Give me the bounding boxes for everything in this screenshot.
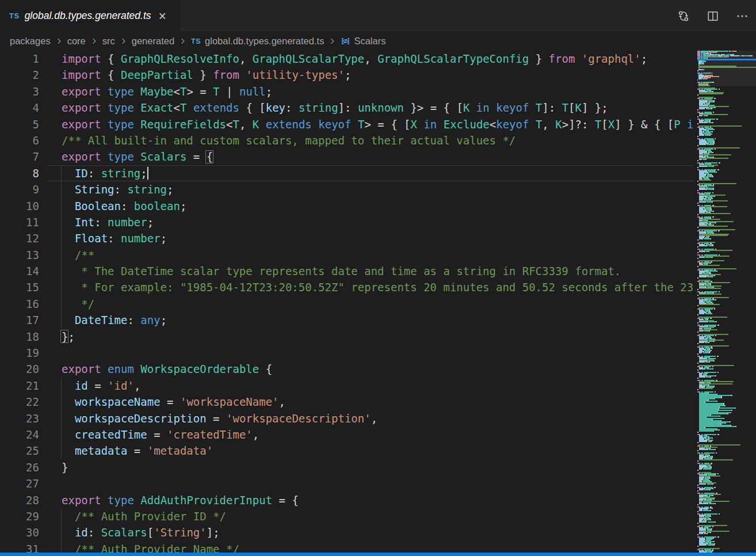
code-line[interactable]: id: Scalars['String']; [62,524,694,540]
code-line[interactable]: Float: number; [62,230,694,246]
line-number[interactable]: 26 [0,459,39,475]
tab-global-db-types[interactable]: TS global.db.types.generated.ts × [0,0,180,32]
tab-bar: TS global.db.types.generated.ts × [0,0,756,32]
code-line[interactable]: } [62,459,694,475]
line-number[interactable]: 13 [0,247,39,263]
line-number[interactable]: 11 [0,214,39,230]
breadcrumb-label: src [102,36,115,47]
code-line[interactable]: export type RequireFields<T, K extends k… [62,116,694,132]
line-number[interactable]: 5 [0,116,39,132]
code-line[interactable]: import { GraphQLResolveInfo, GraphQLScal… [62,51,694,67]
chevron-right-icon [178,37,187,45]
code-line[interactable]: Boolean: boolean; [62,198,694,214]
typescript-file-icon: TS [9,12,20,20]
breadcrumb-item-src[interactable]: src [102,36,115,47]
line-number[interactable]: 29 [0,508,39,524]
breadcrumb-label: packages [10,36,51,47]
gutter: 1234567891011121314151617181920212223242… [0,51,39,556]
code-line[interactable] [62,475,694,492]
line-number[interactable]: 30 [0,524,39,540]
line-number[interactable]: 25 [0,443,39,459]
line-number[interactable]: 9 [0,181,39,197]
code-line[interactable] [62,345,694,361]
code-lines: import { GraphQLResolveInfo, GraphQLScal… [62,51,694,556]
code-line[interactable]: String: string; [62,181,694,197]
symbol-object-icon [341,36,350,46]
line-number[interactable]: 14 [0,263,39,279]
line-number[interactable]: 7 [0,148,39,165]
chevron-right-icon [90,37,98,45]
breadcrumb-item-core[interactable]: core [67,36,86,47]
chevron-right-icon [119,37,128,45]
line-number[interactable]: 1 [0,51,39,67]
line-number[interactable]: 3 [0,83,39,100]
breadcrumb-item-global-db-types-generated-ts[interactable]: TSglobal.db.types.generated.ts [191,36,324,47]
code-line[interactable]: workspaceDescription = 'workspaceDescrip… [62,410,694,426]
minimap-current-line-marker [697,59,756,60]
code-line[interactable]: DateTime: any; [62,312,694,328]
code-line[interactable]: * For example: "1985-04-12T23:20:50.52Z"… [62,279,694,295]
breadcrumb-label: Scalars [354,36,385,47]
minimap-slider[interactable] [697,51,756,86]
code-line[interactable]: */ [62,296,694,312]
line-number[interactable]: 19 [0,345,39,361]
line-number[interactable]: 8 [0,165,39,181]
line-number[interactable]: 2 [0,67,39,83]
code-line[interactable]: metadata = 'metadata' [62,443,694,459]
code-line[interactable]: export type Exact<T extends { [key: stri… [62,100,694,116]
code-line[interactable]: import { DeepPartial } from 'utility-typ… [62,67,694,83]
breadcrumb-item-generated[interactable]: generated [132,36,174,47]
split-editor-icon[interactable] [706,9,720,23]
code-line[interactable]: export type AddAuthProviderInput = { [62,492,694,508]
editor-actions [677,0,749,32]
line-number[interactable]: 6 [0,132,39,148]
code-line[interactable]: /** All built-in and custom scalars, map… [62,132,694,148]
more-actions-icon[interactable] [735,9,749,23]
code-line[interactable]: Int: number; [62,214,694,230]
minimap[interactable] [697,51,756,556]
breadcrumb-item-scalars[interactable]: Scalars [341,36,385,47]
chevron-right-icon [328,37,337,45]
breadcrumb-label: global.db.types.generated.ts [205,36,324,47]
open-changes-icon[interactable] [677,9,690,23]
line-number[interactable]: 28 [0,492,39,508]
text-cursor [147,167,148,180]
line-number[interactable]: 12 [0,230,39,246]
code-editor[interactable]: 1234567891011121314151617181920212223242… [0,51,694,556]
breadcrumb-label: core [67,36,86,47]
line-number[interactable]: 27 [0,475,39,492]
line-number[interactable]: 4 [0,100,39,116]
code-line[interactable]: createdTime = 'createdTime', [62,426,694,443]
tab-close-icon[interactable]: × [159,10,166,22]
typescript-file-icon: TS [191,37,201,45]
tab-title: global.db.types.generated.ts [25,10,151,22]
code-line[interactable]: export type Scalars = { [62,148,694,165]
code-line[interactable]: /** Auth Provider ID */ [62,508,694,524]
code-line[interactable]: }; [62,329,694,345]
status-accent-bar [0,553,756,556]
line-number[interactable]: 23 [0,410,39,426]
line-number[interactable]: 20 [0,361,39,377]
code-line[interactable]: /** [62,247,694,263]
line-number[interactable]: 21 [0,378,39,394]
line-number[interactable]: 18 [0,329,39,345]
breadcrumb-item-packages[interactable]: packages [10,36,51,47]
code-line[interactable]: ID: string; [62,165,694,181]
minimap-content [697,51,756,556]
line-number[interactable]: 17 [0,312,39,328]
line-number[interactable]: 10 [0,198,39,214]
code-line[interactable]: id = 'id', [62,378,694,394]
line-number[interactable]: 16 [0,296,39,312]
code-line[interactable]: export enum WorkspaceOrderable { [62,361,694,377]
line-number[interactable]: 22 [0,394,39,410]
breadcrumb: packagescoresrcgeneratedTSglobal.db.type… [0,32,756,51]
chevron-right-icon [55,37,63,45]
code-line[interactable]: export type Maybe<T> = T | null; [62,83,694,100]
code-line[interactable]: * The DateTime scalar type represents da… [62,263,694,279]
line-number[interactable]: 24 [0,426,39,443]
breadcrumb-label: generated [132,36,174,47]
code-line[interactable]: workspaceName = 'workspaceName', [62,394,694,410]
line-number[interactable]: 15 [0,279,39,295]
